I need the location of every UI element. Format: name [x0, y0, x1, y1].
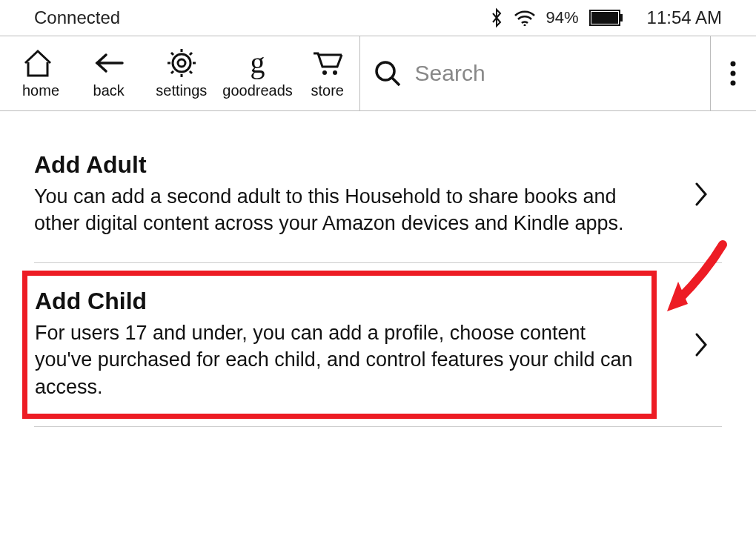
back-button[interactable]: back [74, 36, 143, 110]
status-right: 94% 11:54 AM [490, 7, 722, 28]
home-label: home [22, 82, 59, 99]
chevron-right-icon [679, 181, 714, 208]
svg-point-10 [731, 71, 736, 76]
home-button[interactable]: home [0, 36, 74, 110]
svg-point-6 [322, 70, 327, 75]
settings-button[interactable]: settings [143, 36, 219, 110]
search-area[interactable] [359, 36, 710, 110]
add-adult-desc: You can add a second adult to this House… [34, 183, 657, 237]
chevron-right-icon [679, 331, 714, 358]
cart-icon [312, 48, 343, 78]
add-child-title: Add Child [35, 288, 644, 315]
search-input[interactable] [415, 61, 697, 86]
store-label: store [311, 82, 343, 99]
add-adult-title: Add Adult [34, 151, 657, 179]
back-label: back [93, 82, 125, 99]
goodreads-label: goodreads [222, 82, 293, 99]
add-child-desc: For users 17 and under, you can add a pr… [35, 320, 644, 400]
battery-percent: 94% [546, 8, 579, 27]
store-button[interactable]: store [296, 36, 359, 110]
svg-rect-2 [591, 12, 618, 24]
svg-point-5 [178, 59, 185, 67]
add-adult-text: Add Adult You can add a second adult to … [34, 151, 657, 237]
svg-point-7 [333, 70, 337, 75]
status-bar: Connected 94% 11:54 AM [0, 0, 756, 36]
svg-point-9 [731, 62, 736, 67]
toolbar: home back settings g goodreads [0, 36, 756, 111]
svg-point-4 [173, 54, 190, 72]
gear-icon [167, 48, 196, 78]
add-adult-option[interactable]: Add Adult You can add a second adult to … [34, 111, 722, 263]
search-icon [374, 59, 402, 87]
bluetooth-icon [490, 7, 503, 28]
add-child-highlight: Add Child For users 17 and under, you ca… [22, 271, 657, 419]
home-icon [22, 48, 53, 78]
svg-point-11 [731, 81, 736, 86]
clock-time: 11:54 AM [647, 7, 722, 28]
add-child-option[interactable]: Add Child For users 17 and under, you ca… [34, 263, 722, 427]
settings-label: settings [156, 82, 207, 99]
more-menu-button[interactable] [710, 36, 756, 110]
goodreads-icon: g [251, 48, 265, 78]
more-vertical-icon [729, 59, 737, 87]
goodreads-button[interactable]: g goodreads [219, 36, 296, 110]
household-options: Add Adult You can add a second adult to … [0, 111, 756, 427]
wifi-icon [514, 10, 536, 26]
svg-point-8 [377, 62, 394, 80]
svg-point-0 [523, 24, 525, 27]
connection-status: Connected [34, 7, 120, 28]
back-arrow-icon [93, 48, 125, 78]
svg-rect-3 [620, 14, 623, 21]
battery-icon [589, 10, 623, 26]
